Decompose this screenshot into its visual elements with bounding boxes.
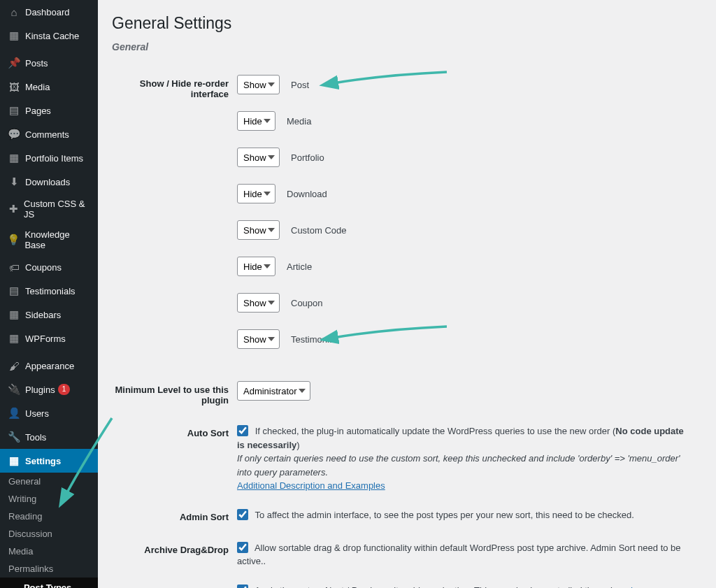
autosort-checkbox[interactable] xyxy=(237,425,248,436)
sidebar-item-pages[interactable]: ▤Pages xyxy=(0,99,98,122)
showhide-select-custom-code[interactable]: Show xyxy=(237,220,280,240)
menu-icon: 🖌 xyxy=(7,359,21,373)
showhide-select-coupon[interactable]: Show xyxy=(237,293,280,313)
menu-icon: ▦ xyxy=(7,29,21,43)
submenu-item-permalinks[interactable]: Permalinks xyxy=(0,560,98,578)
sidebar-item-plugins[interactable]: 🔌Plugins1 xyxy=(0,378,98,401)
showhide-select-article[interactable]: Hide xyxy=(237,257,275,276)
menu-icon: 💬 xyxy=(7,127,21,141)
sidebar-item-label: Sidebars xyxy=(25,310,61,320)
submenu-item-discussion[interactable]: Discussion xyxy=(0,525,98,543)
label-minlevel: Minimum Level to use this plugin xyxy=(113,374,236,416)
showhide-select-download[interactable]: Hide xyxy=(237,184,275,203)
post-type-row: HideMedia xyxy=(237,111,694,131)
sidebar-item-dashboard[interactable]: ⌂Dashboard xyxy=(0,0,98,24)
sidebar-item-portfolio-items[interactable]: ▦Portfolio Items xyxy=(0,146,98,170)
sidebar-item-post-types-order[interactable]: ⚙Post Types Order xyxy=(0,578,98,588)
sidebar-item-label: Media xyxy=(25,82,50,92)
label-autosort: Auto Sort xyxy=(113,417,236,500)
minlevel-select[interactable]: Administrator xyxy=(237,381,310,401)
sidebar-item-knowledge-base[interactable]: 💡Knowledge Base xyxy=(0,224,98,255)
post-type-row: ShowPortfolio xyxy=(237,148,694,167)
post-type-row: ShowCoupon xyxy=(237,293,694,313)
sidebar-item-downloads[interactable]: ⬇Downloads xyxy=(0,170,98,194)
showhide-select-post[interactable]: Show xyxy=(237,75,280,94)
post-type-row: ShowTestimonial xyxy=(237,329,694,349)
menu-icon: ▦ xyxy=(7,151,21,165)
archive-checkbox[interactable] xyxy=(237,542,248,553)
sidebar-item-label: Appearance xyxy=(25,361,74,371)
sidebar-item-comments[interactable]: 💬Comments xyxy=(0,122,98,146)
sidebar-item-tools[interactable]: 🔧Tools xyxy=(0,425,98,449)
post-type-label: Testimonial xyxy=(291,334,336,345)
sidebar-item-testimonials[interactable]: ▤Testimonials xyxy=(0,279,98,303)
menu-icon: ✚ xyxy=(7,202,20,216)
sidebar-item-label: Settings xyxy=(25,456,61,466)
showhide-select-testimonial[interactable]: Show xyxy=(237,329,280,349)
label-archive: Archive Drag&Drop xyxy=(113,534,236,575)
sidebar-item-label: Plugins xyxy=(25,385,55,395)
archive-label[interactable]: Allow sortable drag & drop functionality… xyxy=(237,543,681,567)
showhide-select-portfolio[interactable]: Show xyxy=(237,148,280,167)
sidebar-item-kinsta-cache[interactable]: ▦Kinsta Cache xyxy=(0,24,98,48)
menu-icon: ▤ xyxy=(7,284,21,298)
sidebar-item-label: Custom CSS & JS xyxy=(24,199,91,220)
submenu-item-general[interactable]: General xyxy=(0,473,98,490)
menu-icon: 🔧 xyxy=(7,430,21,444)
arrow-annotation xyxy=(328,321,454,348)
label-nextprev: Next / Previous Apply xyxy=(113,577,236,589)
admin-sidebar: ⌂Dashboard▦Kinsta Cache📌Posts🖾Media▤Page… xyxy=(0,0,98,588)
post-type-label: Custom Code xyxy=(291,225,346,236)
submenu-item-writing[interactable]: Writing xyxy=(0,490,98,508)
adminsort-checkbox[interactable] xyxy=(237,509,248,520)
submenu-item-media[interactable]: Media xyxy=(0,543,98,560)
page-title: General Settings xyxy=(112,14,702,33)
sidebar-item-label: Testimonials xyxy=(25,286,76,296)
sidebar-item-label: Tools xyxy=(25,432,46,443)
menu-icon: 🏷 xyxy=(7,260,21,274)
sidebar-item-appearance[interactable]: 🖌Appearance xyxy=(0,350,98,378)
sidebar-item-label: Users xyxy=(25,408,49,419)
adminsort-label[interactable]: To affect the admin interface, to see th… xyxy=(237,510,634,520)
nextprev-label[interactable]: Apply the sort on Next / Previous site-w… xyxy=(237,585,638,589)
sidebar-item-label: Comments xyxy=(25,129,69,140)
menu-icon: ⌂ xyxy=(7,5,21,19)
sidebar-item-users[interactable]: 👤Users xyxy=(0,401,98,425)
post-type-label: Portfolio xyxy=(291,152,324,163)
showhide-select-media[interactable]: Hide xyxy=(237,111,275,131)
post-type-label: Article xyxy=(287,261,312,272)
menu-icon: ▦ xyxy=(7,331,21,345)
sidebar-item-posts[interactable]: 📌Posts xyxy=(0,48,98,75)
sidebar-item-label: Dashboard xyxy=(25,7,70,17)
update-badge: 1 xyxy=(58,384,71,395)
section-heading: General xyxy=(112,41,702,52)
menu-icon: ⬇ xyxy=(7,175,21,189)
nextprev-checkbox[interactable] xyxy=(237,585,248,589)
menu-icon: 👤 xyxy=(7,406,21,420)
post-type-row: HideArticle xyxy=(237,257,694,276)
sidebar-item-label: Portfolio Items xyxy=(25,153,83,164)
post-type-row: ShowPost xyxy=(237,75,694,94)
menu-icon: 🔌 xyxy=(7,382,21,396)
sidebar-item-label: Pages xyxy=(25,106,51,116)
submenu-item-reading[interactable]: Reading xyxy=(0,508,98,525)
menu-icon: ▤ xyxy=(7,103,21,117)
label-showhide: Show / Hide re-order interface xyxy=(113,68,236,373)
autosort-link[interactable]: Additional Description and Examples xyxy=(237,480,385,491)
autosort-label[interactable]: If checked, the plug-in automatically up… xyxy=(237,426,684,450)
post-type-label: Media xyxy=(287,116,311,127)
main-content: General Settings General Show / Hide re-… xyxy=(98,0,716,588)
sidebar-item-media[interactable]: 🖾Media xyxy=(0,75,98,99)
sidebar-item-coupons[interactable]: 🏷Coupons xyxy=(0,255,98,279)
label-adminsort: Admin Sort xyxy=(113,501,236,533)
sidebar-item-settings[interactable]: ▦Settings xyxy=(0,449,98,473)
sidebar-item-custom-css-js[interactable]: ✚Custom CSS & JS xyxy=(0,194,98,224)
post-type-label: Coupon xyxy=(291,298,323,308)
sidebar-item-label: Posts xyxy=(25,58,48,69)
nextprev-link[interactable]: code xyxy=(618,585,638,589)
post-type-label: Post xyxy=(291,80,309,90)
sidebar-item-label: WPForms xyxy=(25,334,66,344)
sidebar-item-wpforms[interactable]: ▦WPForms xyxy=(0,327,98,350)
post-type-row: ShowCustom Code xyxy=(237,220,694,240)
sidebar-item-sidebars[interactable]: ▦Sidebars xyxy=(0,303,98,327)
